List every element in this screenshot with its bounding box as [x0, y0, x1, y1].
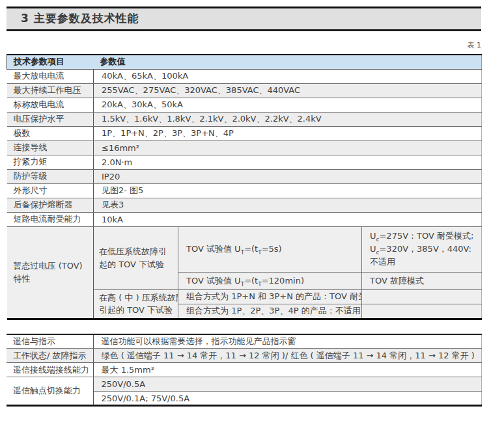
param-value: 1P、1P+N、2P、3P、3P+N、4P: [94, 126, 482, 140]
table-row: 后备保护熔断器 见表3: [7, 198, 482, 212]
table-header-row: 技术参数项目 参数值: [7, 55, 482, 69]
table-row: 防护等级 IP20: [7, 169, 482, 183]
param-value: 20kA、30kA、50kA: [94, 98, 482, 112]
tov-high-system-label: 在高 ( 中 ) 压系统故障 引起的 TOV 下试验: [94, 289, 178, 319]
tov-test-text: TOV 试验值 U: [186, 244, 241, 254]
tov-result-line: Uc=320V，385V，440V:: [370, 243, 479, 256]
table-caption: 表 1: [7, 40, 481, 50]
param-value: 1.5kV、1.6kV、1.8kV、2.1kV、2.0kV、2.2kV、2.4k…: [94, 112, 482, 126]
param-value: 遥信功能可以根据需要选择，指示功能见产品指示窗: [93, 334, 481, 349]
table-row: 最大持续工作电压 255VAC、275VAC、320VAC、385VAC、440…: [7, 83, 482, 98]
signal-table: 遥信与指示 遥信功能可以根据需要选择，指示功能见产品指示窗 工作状态/ 故障指示…: [7, 334, 482, 407]
column-header-value: 参数值: [94, 55, 482, 69]
param-label: 遥信与指示: [7, 334, 93, 349]
param-value: 最大 1.5mm²: [93, 363, 481, 377]
param-value: ≤16mm²: [94, 140, 482, 155]
table-row: 短路电流耐受能力 10kA: [7, 212, 482, 226]
table-row: 遥信接线端接线能力 最大 1.5mm²: [7, 363, 481, 377]
param-label-merged: 遥信触点切换能力: [7, 377, 93, 406]
param-label: 标称放电电流: [7, 98, 94, 112]
tov-combo-2-result: [362, 304, 482, 319]
param-value: 40kA、65kA、100kA: [94, 69, 482, 83]
param-label: 极数: [7, 126, 94, 140]
param-value: 250V/0.1A; 75V/0.5A: [93, 392, 481, 406]
param-label: 最大放电电流: [7, 69, 94, 83]
table-row: 极数 1P、1P+N、2P、3P、3P+N、4P: [7, 126, 482, 140]
param-label: 后备保护熔断器: [7, 198, 94, 212]
tov-low-system-label: 在低压系统故障引 起的 TOV 下试验: [94, 226, 178, 289]
parameters-table: 技术参数项目 参数值 最大放电电流 40kA、65kA、100kA 最大持续工作…: [7, 54, 482, 320]
param-label: 电压保护水平: [7, 112, 94, 126]
table-row: 工作状态/ 故障指示 绿色 ( 遥信端子 11 → 14 常开，11 → 12 …: [7, 349, 481, 363]
tov-result-line: 不适用: [370, 256, 479, 269]
param-value: 250V/0.5A: [93, 377, 481, 392]
tov-result-120min: TOV 故障模式: [362, 272, 482, 289]
param-label: 工作状态/ 故障指示: [7, 349, 93, 363]
column-header-item: 技术参数项目: [7, 55, 94, 69]
table-row: 外形尺寸 见图2- 图5: [7, 183, 482, 198]
table-row: 电压保护水平 1.5kV、1.6kV、1.8kV、2.1kV、2.0kV、2.2…: [7, 112, 482, 126]
param-value: 绿色 ( 遥信端子 11 → 14 常开，11 → 12 常闭 )/ 红色 ( …: [93, 349, 481, 363]
tov-combo-1: 组合方式为 1P+N 和 3P+N 的产品：TOV 耐受模式: [178, 289, 362, 304]
section-title: 3 主要参数及技术性能: [7, 8, 481, 29]
table-row: 遥信触点切换能力 250V/0.5A: [7, 377, 481, 392]
section-title-bar: 3 主要参数及技术性能: [7, 7, 481, 31]
param-label: 连接导线: [7, 140, 94, 155]
param-value: 10kA: [94, 212, 482, 226]
table-row: 连接导线 ≤16mm²: [7, 140, 482, 155]
tov-test-120min: TOV 试验值 UT=(tT=120min): [178, 272, 362, 289]
param-label: 最大持续工作电压: [7, 83, 94, 98]
param-value: 见表3: [94, 198, 482, 212]
param-value: 见图2- 图5: [94, 183, 482, 198]
table-row: 标称放电电流 20kA、30kA、50kA: [7, 98, 482, 112]
table-row: 遥信与指示 遥信功能可以根据需要选择，指示功能见产品指示窗: [7, 334, 481, 349]
tov-combo-2: 组合方式为 1P、2P、3P、4P 的产品：不适用: [178, 304, 362, 319]
param-label: 拧紧力矩: [7, 155, 94, 169]
tov-test-5s: TOV 试验值 UT=(tT=5s): [178, 226, 362, 272]
tov-feature-label: 暂态过电压 (TOV) 特性: [7, 226, 94, 319]
tov-result-5s: Uc=275V：TOV 耐受模式; Uc=320V，385V，440V: 不适用: [362, 226, 482, 272]
param-value: 255VAC、275VAC、320VAC、385VAC、440VAC: [94, 83, 482, 98]
param-value: 2.0N·m: [94, 155, 482, 169]
tov-result-line: Uc=275V：TOV 耐受模式;: [370, 230, 479, 243]
tov-row-low-5s: 暂态过电压 (TOV) 特性 在低压系统故障引 起的 TOV 下试验 TOV 试…: [7, 226, 482, 272]
param-label: 短路电流耐受能力: [7, 212, 94, 226]
tov-combo-1-result: [362, 289, 482, 304]
param-label: 防护等级: [7, 169, 94, 183]
param-label: 外形尺寸: [7, 183, 94, 198]
table-row: 拧紧力矩 2.0N·m: [7, 155, 482, 169]
document-page: 3 主要参数及技术性能 表 1 技术参数项目 参数值 最大放电电流 40kA、6…: [0, 7, 504, 441]
param-value: IP20: [94, 169, 482, 183]
param-label: 遥信接线端接线能力: [7, 363, 93, 377]
table-row: 最大放电电流 40kA、65kA、100kA: [7, 69, 482, 83]
